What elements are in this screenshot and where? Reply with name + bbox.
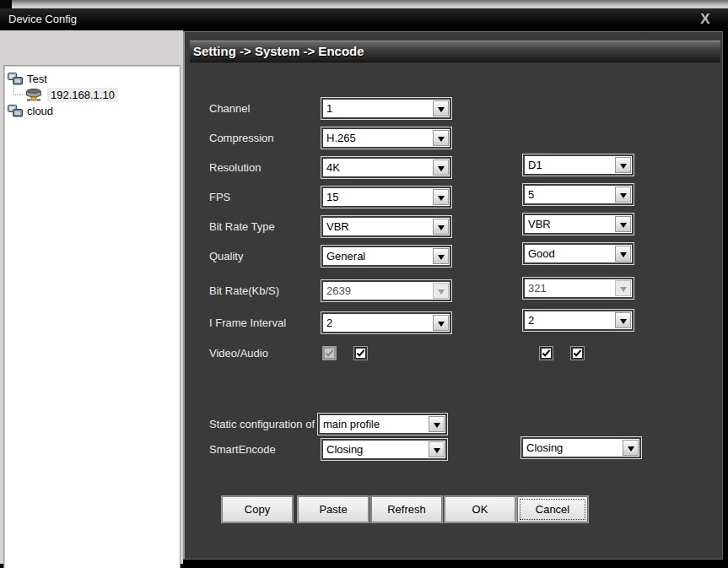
down-arrow-icon	[620, 319, 627, 327]
quality-sub-select[interactable]: Good	[523, 243, 634, 264]
tree-item-device[interactable]: 192.168.1.10	[24, 87, 118, 102]
bit-rate-sub-select: 321	[523, 278, 634, 299]
tree-item-cloud[interactable]: cloud	[8, 103, 53, 118]
window-title: Device Config	[8, 8, 77, 30]
copy-button[interactable]: Copy	[222, 496, 293, 522]
resolution-main-select[interactable]: 4K	[321, 157, 451, 178]
tree-item-cloud-label: cloud	[27, 105, 53, 117]
down-arrow-icon	[434, 448, 440, 457]
bit-rate-label: Bit Rate(Kb/S)	[209, 280, 279, 301]
dropdown-arrow-button[interactable]	[429, 441, 445, 457]
down-arrow-icon	[620, 252, 627, 261]
dropdown-arrow-button[interactable]	[433, 189, 449, 205]
compression-select[interactable]: H.265	[321, 127, 451, 149]
dropdown-arrow-button[interactable]	[433, 130, 449, 146]
down-arrow-icon	[438, 225, 445, 234]
bit-rate-main-select: 2639	[321, 280, 451, 301]
device-group-icon	[8, 105, 23, 117]
down-arrow-icon	[438, 196, 445, 204]
cancel-button[interactable]: Cancel	[517, 496, 588, 522]
resolution-label: Resolution	[209, 157, 261, 178]
smart-encode-label: SmartEncode	[209, 439, 276, 460]
dropdown-arrow-button	[433, 283, 449, 299]
fps-sub-select[interactable]: 5	[523, 184, 634, 205]
fps-label: FPS	[209, 187, 230, 208]
i-frame-interval-label: I Frame Interval	[209, 312, 286, 333]
tree-item-device-label: 192.168.1.10	[47, 88, 118, 102]
bit-rate-type-main-select[interactable]: VBR	[321, 216, 451, 237]
dropdown-arrow-button[interactable]	[615, 312, 631, 328]
main-video-checkbox	[323, 347, 336, 360]
encode-settings-panel: Setting -> System -> Encode Channel 1 Co…	[183, 31, 723, 560]
ok-button[interactable]: OK	[445, 496, 515, 522]
dropdown-arrow-button[interactable]	[433, 160, 449, 176]
quality-label: Quality	[209, 246, 243, 267]
device-icon	[24, 88, 43, 102]
down-arrow-icon	[434, 423, 440, 431]
refresh-button[interactable]: Refresh	[371, 496, 442, 522]
breadcrumb-header: Setting -> System -> Encode	[190, 41, 720, 62]
dropdown-arrow-button[interactable]	[429, 416, 445, 432]
breadcrumb-text: Setting -> System -> Encode	[190, 41, 720, 62]
down-arrow-icon	[438, 255, 445, 263]
i-frame-interval-main-select[interactable]: 2	[321, 312, 451, 333]
channel-select[interactable]: 1	[321, 98, 451, 119]
smart-encode-sub-select[interactable]: Closing	[521, 437, 641, 458]
paste-button[interactable]: Paste	[298, 496, 369, 522]
static-configuration-select[interactable]: main profile	[318, 414, 447, 435]
dropdown-arrow-button[interactable]	[615, 187, 631, 203]
window-top-edge	[0, 0, 728, 8]
down-arrow-icon	[620, 193, 627, 202]
channel-label: Channel	[209, 98, 250, 119]
tree-item-test-label: Test	[27, 73, 47, 85]
down-arrow-icon	[620, 164, 627, 172]
down-arrow-icon	[620, 223, 627, 231]
dropdown-arrow-button[interactable]	[433, 100, 449, 116]
fps-main-select[interactable]: 15	[321, 187, 451, 208]
down-arrow-icon	[628, 446, 634, 455]
main-audio-checkbox[interactable]	[354, 347, 367, 360]
dropdown-arrow-button	[615, 280, 631, 296]
compression-label: Compression	[209, 127, 274, 149]
dropdown-arrow-button[interactable]	[623, 440, 639, 456]
sub-video-checkbox[interactable]	[540, 347, 553, 360]
dropdown-arrow-button[interactable]	[615, 246, 631, 262]
static-configuration-label: Static configuration of	[209, 414, 315, 435]
sidebar-region: Test 192.168.1.10	[0, 30, 183, 564]
device-tree-panel: Test 192.168.1.10	[3, 65, 181, 568]
dropdown-arrow-button[interactable]	[433, 219, 449, 235]
down-arrow-icon	[438, 322, 445, 330]
device-config-window: Device Config X Test	[0, 0, 728, 568]
down-arrow-icon	[438, 107, 445, 116]
dropdown-arrow-button[interactable]	[615, 216, 631, 232]
bit-rate-type-sub-select[interactable]: VBR	[523, 214, 634, 235]
i-frame-interval-sub-select[interactable]: 2	[523, 310, 634, 331]
sub-audio-checkbox[interactable]	[571, 347, 584, 360]
dropdown-arrow-button[interactable]	[433, 248, 449, 264]
window-corner	[0, 0, 12, 8]
smart-encode-main-select[interactable]: Closing	[321, 439, 447, 460]
down-arrow-icon	[438, 166, 445, 175]
down-arrow-icon	[438, 289, 445, 298]
video-audio-label: Video/Audio	[209, 343, 268, 364]
close-icon[interactable]: X	[694, 8, 716, 30]
dropdown-arrow-button[interactable]	[615, 157, 631, 173]
bit-rate-type-label: Bit Rate Type	[209, 216, 275, 237]
titlebar[interactable]: Device Config X	[0, 8, 728, 30]
tree-connector	[13, 82, 24, 95]
resolution-sub-select[interactable]: D1	[523, 154, 634, 176]
dropdown-arrow-button[interactable]	[433, 315, 449, 331]
down-arrow-icon	[438, 137, 445, 145]
quality-main-select[interactable]: General	[321, 246, 451, 267]
down-arrow-icon	[620, 287, 627, 295]
